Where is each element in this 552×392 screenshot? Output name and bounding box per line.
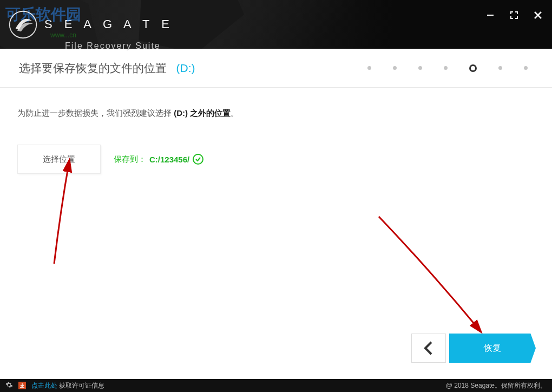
- maximize-button[interactable]: [510, 11, 518, 19]
- footer-left: 点击此处 获取许可证信息: [5, 381, 104, 390]
- nav-buttons: 恢复: [411, 334, 536, 363]
- chevron-left-icon: [423, 341, 434, 356]
- close-button[interactable]: [534, 11, 542, 19]
- step-dot-4: [444, 66, 448, 70]
- select-location-button[interactable]: 选择位置: [17, 145, 101, 174]
- hint-text: 为防止进一步数据损失，我们强烈建议选择 (D:) 之外的位置。: [17, 108, 535, 119]
- hint-prefix: 为防止进一步数据损失，我们强烈建议选择: [17, 108, 174, 117]
- hint-suffix: 。: [231, 108, 239, 117]
- save-to-display: 保存到： C:/123456/: [114, 154, 203, 165]
- logo-area: 可乐软件园 www...cn S E A G A T E File Recove…: [8, 10, 174, 40]
- title-bar: 可乐软件园 www...cn S E A G A T E File Recove…: [0, 0, 552, 49]
- license-text: 获取许可证信息: [57, 382, 104, 389]
- minimize-button[interactable]: [486, 11, 495, 19]
- save-to-label: 保存到：: [114, 154, 146, 165]
- settings-icon[interactable]: [5, 381, 13, 390]
- progress-indicator: [367, 64, 533, 72]
- save-to-path: C:/123456/: [149, 155, 189, 164]
- back-button[interactable]: [411, 334, 446, 363]
- step-dot-2: [393, 66, 397, 70]
- step-dot-5-active: [469, 64, 477, 72]
- copyright-text: @ 2018 Seagate。保留所有权利。: [446, 381, 547, 390]
- check-icon: [193, 154, 203, 165]
- brand-name: S E A G A T E: [44, 17, 174, 31]
- page-title: 选择要保存恢复的文件的位置 (D:): [19, 61, 195, 76]
- page-title-text: 选择要保存恢复的文件的位置: [19, 62, 167, 74]
- main-content: 为防止进一步数据损失，我们强烈建议选择 (D:) 之外的位置。 选择位置 保存到…: [0, 88, 552, 379]
- annotation-arrow-2: [373, 211, 498, 341]
- status-bar: 点击此处 获取许可证信息 @ 2018 Seagate。保留所有权利。: [0, 379, 552, 392]
- step-dot-3: [418, 66, 422, 70]
- step-dot-1: [367, 66, 371, 70]
- step-dot-7: [524, 66, 528, 70]
- recover-button[interactable]: 恢复: [449, 334, 536, 363]
- download-icon[interactable]: [18, 382, 26, 389]
- hint-bold: (D:) 之外的位置: [174, 108, 231, 117]
- license-link[interactable]: 点击此处: [31, 382, 57, 389]
- window-controls: [486, 11, 542, 19]
- product-name: File Recovery Suite: [65, 41, 161, 51]
- seagate-logo: S E A G A T E: [8, 10, 174, 40]
- step-dot-6: [498, 66, 502, 70]
- seagate-logo-icon: [8, 10, 38, 40]
- location-row: 选择位置 保存到： C:/123456/: [17, 145, 535, 174]
- page-title-drive: (D:): [176, 62, 195, 74]
- step-header: 选择要保存恢复的文件的位置 (D:): [0, 49, 552, 88]
